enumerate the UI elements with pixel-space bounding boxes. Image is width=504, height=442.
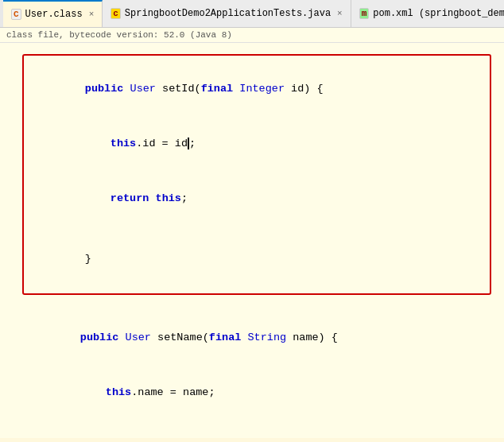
kw-final-1: final [201, 83, 234, 95]
setname-block: public User setName(final String name) {… [0, 311, 504, 438]
tab-user-class-label: User.class [25, 9, 83, 20]
type-integer-1: Integer [239, 83, 285, 95]
tab-springboot-test-label: SpringbootDemo2ApplicationTests.java [125, 8, 331, 19]
tab-user-class[interactable]: C User.class × [3, 0, 103, 27]
tab-bar: C User.class × c SpringbootDemo2Applicat… [0, 0, 504, 28]
code-line-setid-body1: this.id = id; [24, 117, 490, 172]
code-line-setname-sig: public User setName(final String name) { [25, 311, 504, 366]
type-user-1: User [130, 83, 156, 95]
breadcrumb: class file, bytecode version: 52.0 (Java… [0, 28, 504, 43]
code-line-setname-body2: return this; [25, 421, 504, 438]
code-line-setid-close: } [24, 232, 490, 287]
code-area: public User setId(final Integer id) { th… [0, 43, 504, 438]
tab-springboot-test-close[interactable]: × [337, 9, 343, 18]
setname-body1: this.name = name; [25, 366, 504, 421]
breadcrumb-text: class file, bytecode version: 52.0 (Java… [6, 30, 232, 40]
kw-public-1: public [85, 83, 124, 95]
tab-pom[interactable]: m pom.xml (springboot_demo2) × [351, 0, 504, 27]
tab-icon-j: c [110, 8, 121, 19]
tab-springboot-test[interactable]: c SpringbootDemo2ApplicationTests.java × [103, 0, 351, 27]
tab-icon-c: C [11, 9, 21, 20]
setid-body1: this.id = id; [30, 117, 483, 172]
sep-1 [24, 226, 490, 232]
tab-icon-m: m [359, 8, 370, 19]
tab-user-class-close[interactable]: × [89, 10, 95, 19]
setid-body2: return this; [30, 172, 483, 227]
code-line-setname-body1: this.name = name; [25, 366, 504, 421]
tab-pom-label: pom.xml (springboot_demo2) [373, 8, 504, 19]
setid-signature: public User setId(final Integer id) { [30, 62, 483, 117]
highlighted-setid-block: public User setId(final Integer id) { th… [22, 54, 491, 295]
setid-close: } [30, 232, 483, 287]
gap-1 [0, 298, 504, 311]
setname-body2: return this; [25, 421, 504, 438]
setname-signature: public User setName(final String name) { [25, 311, 504, 366]
code-line-setid-sig: public User setId(final Integer id) { [24, 62, 490, 117]
code-line-setid-body2: return this; [24, 172, 490, 227]
